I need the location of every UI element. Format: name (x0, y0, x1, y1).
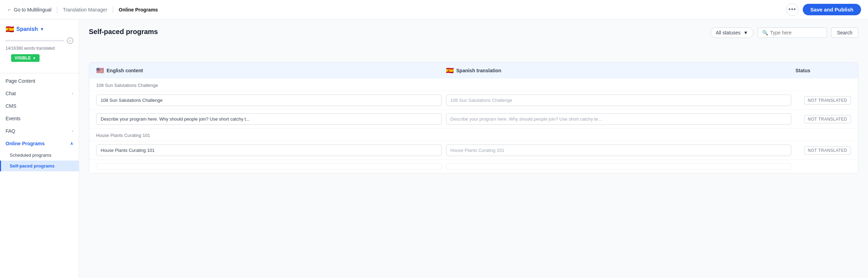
sidebar-item-chat[interactable]: Chat › (0, 87, 79, 100)
progress-bar-container (6, 40, 64, 41)
translation-table: 🇺🇸 English content 🇪🇸 Spanish translatio… (89, 62, 858, 173)
status-badge: NOT TRANSLATED (795, 115, 851, 123)
visible-label: VISIBLE (15, 56, 31, 60)
search-button[interactable]: Search (831, 27, 858, 38)
chevron-up-icon: ∧ (70, 141, 73, 146)
not-translated-badge: NOT TRANSLATED (804, 146, 851, 155)
progress-row: i (0, 36, 79, 45)
status-filter-label: All statuses (716, 30, 741, 35)
separator-2 (113, 6, 113, 13)
english-text-field[interactable]: House Plants Curating 101 (96, 145, 442, 156)
table-row: House Plants Curating 101 House Plants C… (89, 141, 858, 160)
sidebar-item-label: Page Content (6, 78, 35, 84)
sidebar-subitem-label: Scheduled programs (10, 153, 51, 158)
sidebar-item-faq[interactable]: FAQ › (0, 125, 79, 137)
table-row: 108 Sun Salutations Challenge 108 Sun Sa… (89, 91, 858, 110)
english-text-field[interactable]: 108 Sun Salutations Challenge (96, 95, 442, 106)
sidebar-item-online-programs[interactable]: Online Programs ∧ (0, 137, 79, 150)
separator-1 (57, 6, 57, 13)
info-icon[interactable]: i (67, 38, 73, 44)
english-text-field-partial (96, 163, 442, 170)
language-flag: 🇪🇸 (6, 25, 14, 33)
main-layout: 🇪🇸 Spanish ▼ i 14/16380 words translated… (0, 19, 868, 278)
sidebar-item-page-content[interactable]: Page Content (0, 75, 79, 87)
table-row: Describe your program here. Why should p… (89, 110, 858, 129)
language-chevron-icon: ▼ (40, 27, 44, 32)
sidebar-divider (0, 73, 79, 73)
language-selector[interactable]: 🇪🇸 Spanish ▼ (0, 19, 79, 36)
words-translated-label: 14/16380 words translated (0, 45, 79, 54)
us-flag-icon: 🇺🇸 (96, 67, 104, 74)
sidebar-item-label: Online Programs (6, 141, 45, 146)
es-flag-icon: 🇪🇸 (446, 67, 454, 74)
search-box: 🔍 (758, 27, 827, 38)
col-spanish-header: 🇪🇸 Spanish translation (446, 67, 796, 74)
title-filter-row: Self-paced programs All statuses ▼ 🔍 Sea… (89, 28, 858, 43)
spanish-text-field-partial (446, 163, 792, 170)
visible-chevron-icon: ▼ (33, 56, 36, 60)
main-content: Self-paced programs All statuses ▼ 🔍 Sea… (79, 19, 868, 278)
group-label-2: House Plants Curating 101 (89, 129, 858, 141)
status-chevron-icon: ▼ (743, 30, 748, 35)
chevron-right-icon: › (72, 91, 73, 96)
status-badge: NOT TRANSLATED (795, 146, 851, 155)
col-status-header: Status (795, 68, 851, 73)
spanish-text-field[interactable]: Describe your program here. Why should p… (446, 113, 792, 125)
search-icon: 🔍 (762, 30, 768, 35)
spanish-text-field[interactable]: 108 Sun Salutations Challenge (446, 95, 792, 106)
sidebar-item-cms[interactable]: CMS (0, 100, 79, 112)
sidebar-item-label: Chat (6, 91, 16, 96)
sidebar-subitem-label: Self-paced programs (10, 163, 54, 169)
sidebar: 🇪🇸 Spanish ▼ i 14/16380 words translated… (0, 19, 79, 278)
status-filter[interactable]: All statuses ▼ (710, 27, 753, 38)
group-label-1: 108 Sun Salutations Challenge (89, 79, 858, 91)
more-options-button[interactable]: ••• (786, 3, 799, 16)
back-arrow-icon: ← (7, 7, 12, 13)
breadcrumb-translation-manager: Translation Manager (63, 7, 107, 13)
save-publish-button[interactable]: Save and Publish (803, 4, 861, 15)
search-input[interactable] (770, 30, 819, 35)
table-header: 🇺🇸 English content 🇪🇸 Spanish translatio… (89, 63, 858, 79)
back-button[interactable]: ← Go to Multilingual (7, 7, 51, 13)
sidebar-item-label: FAQ (6, 128, 15, 134)
col-english-label: English content (107, 68, 143, 73)
sidebar-item-events[interactable]: Events (0, 112, 79, 125)
progress-bar-fill (6, 40, 6, 41)
sidebar-subitem-scheduled-programs[interactable]: Scheduled programs (0, 150, 79, 161)
sidebar-item-label: CMS (6, 103, 16, 109)
top-header: ← Go to Multilingual Translation Manager… (0, 0, 868, 19)
filters-row: All statuses ▼ 🔍 Search (710, 27, 858, 38)
col-status-label: Status (795, 68, 810, 73)
col-english-header: 🇺🇸 English content (96, 67, 446, 74)
not-translated-badge: NOT TRANSLATED (804, 115, 851, 123)
header-right: ••• Save and Publish (786, 3, 861, 16)
breadcrumb-online-programs: Online Programs (119, 7, 158, 13)
sidebar-item-label: Events (6, 116, 20, 121)
back-button-label: Go to Multilingual (14, 7, 51, 13)
sidebar-subitem-self-paced-programs[interactable]: Self-paced programs (0, 161, 79, 171)
table-row-partial (89, 160, 858, 173)
spanish-text-field[interactable]: House Plants Curating 101 (446, 145, 792, 156)
english-text-field[interactable]: Describe your program here. Why should p… (96, 113, 442, 125)
not-translated-badge: NOT TRANSLATED (804, 96, 851, 105)
chevron-right-icon: › (72, 129, 73, 133)
col-spanish-label: Spanish translation (456, 68, 502, 73)
language-name: Spanish (16, 26, 38, 32)
status-badge: NOT TRANSLATED (795, 96, 851, 105)
visibility-badge[interactable]: VISIBLE ▼ (11, 54, 40, 62)
